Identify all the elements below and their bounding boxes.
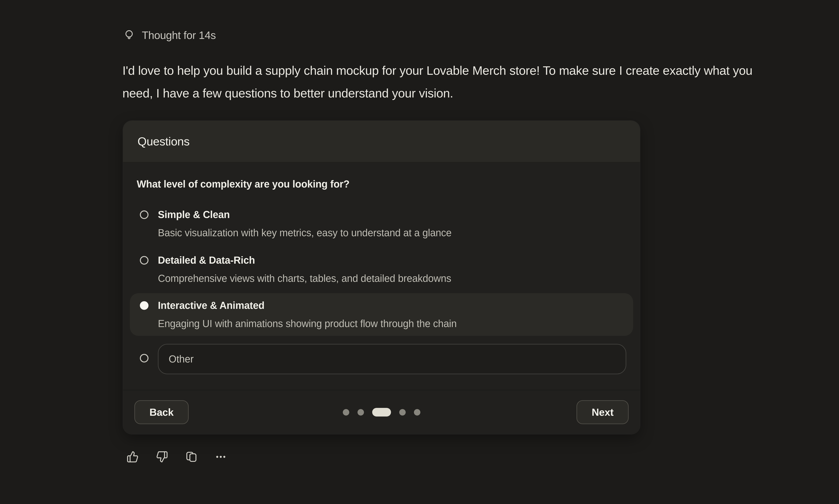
radio-unselected-icon[interactable] (140, 354, 148, 362)
pagination-dot (414, 409, 420, 416)
option-description: Basic visualization with key metrics, ea… (158, 227, 626, 239)
pagination-dot (357, 409, 364, 416)
message-actions (126, 451, 227, 463)
back-button[interactable]: Back (134, 400, 189, 424)
other-option-input[interactable] (158, 344, 626, 374)
next-button[interactable]: Next (577, 400, 629, 424)
option-description: Comprehensive views with charts, tables,… (158, 272, 626, 285)
copy-button[interactable] (185, 451, 197, 463)
pagination-dot (343, 409, 349, 416)
option-label: Simple & Clean (158, 209, 626, 221)
option-simple-clean[interactable]: Simple & Clean Basic visualization with … (130, 208, 633, 239)
questions-card-header: Questions (123, 121, 640, 162)
option-label: Interactive & Animated (158, 300, 626, 311)
question-text: What level of complexity are you looking… (137, 178, 626, 190)
radio-selected-icon[interactable] (140, 301, 148, 310)
questions-card-footer: Back Next (123, 390, 640, 434)
more-options-button[interactable] (215, 451, 227, 463)
thumbs-down-button[interactable] (156, 451, 168, 463)
lightbulb-icon (123, 29, 135, 41)
radio-unselected-icon[interactable] (140, 211, 148, 219)
radio-unselected-icon[interactable] (140, 256, 148, 265)
card-title: Questions (138, 135, 190, 148)
assistant-message-text: I'd love to help you build a supply chai… (122, 59, 757, 105)
thumbs-up-button[interactable] (126, 451, 139, 463)
thumbs-up-icon (126, 451, 139, 463)
questions-card: Questions What level of complexity are y… (123, 121, 640, 434)
option-description: Engaging UI with animations showing prod… (158, 318, 626, 330)
more-options-icon (215, 451, 227, 463)
chat-message-view: Thought for 14s I'd love to help you bui… (0, 0, 839, 504)
option-other[interactable] (130, 343, 633, 375)
option-detailed-data-rich[interactable]: Detailed & Data-Rich Comprehensive views… (130, 254, 633, 285)
copy-icon (185, 451, 197, 463)
option-interactive-animated[interactable]: Interactive & Animated Engaging UI with … (130, 293, 633, 336)
pagination-dot (399, 409, 406, 416)
questions-card-body: What level of complexity are you looking… (123, 162, 640, 390)
option-label: Detailed & Data-Rich (158, 254, 626, 266)
thought-label: Thought for 14s (142, 28, 216, 43)
pagination-dot-active (372, 408, 391, 416)
thumbs-down-icon (156, 451, 168, 463)
thought-disclosure[interactable]: Thought for 14s (123, 28, 216, 43)
pagination-dots (343, 408, 420, 416)
